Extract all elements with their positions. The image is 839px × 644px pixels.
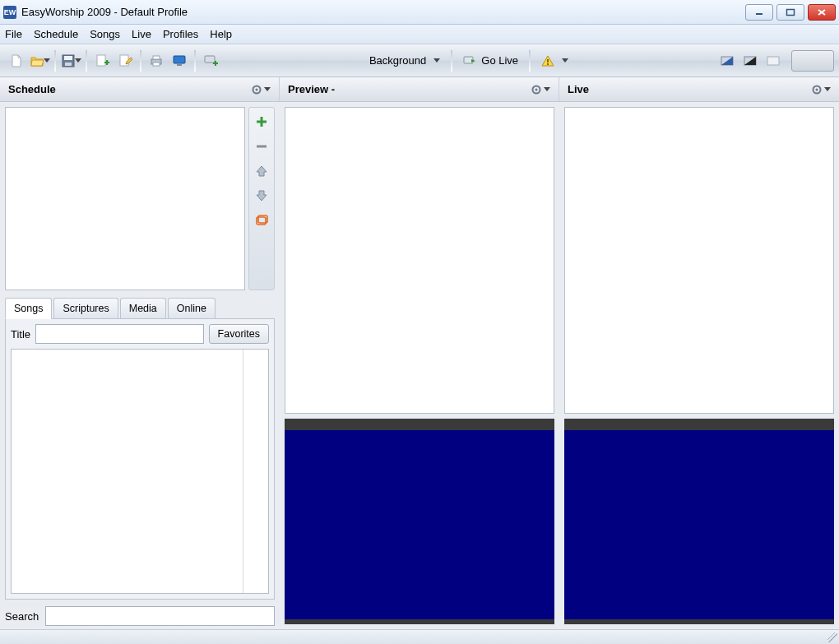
tab-online[interactable]: Online <box>168 298 216 318</box>
monitor-plus-icon <box>203 53 218 68</box>
live-title: Live <box>568 83 589 95</box>
foldback-button[interactable] <box>199 49 222 72</box>
remove-from-schedule-button[interactable] <box>254 139 269 154</box>
square-blue-icon <box>720 55 735 67</box>
menubar: File Schedule Songs Live Profiles Help <box>0 25 839 44</box>
arrow-down-icon <box>254 188 269 203</box>
schedule-row <box>0 102 280 295</box>
panel-headers: Schedule Preview - Live <box>0 77 839 102</box>
content-area: Songs Scriptures Media Online Title Favo… <box>0 102 839 629</box>
add-to-schedule-button[interactable] <box>254 114 269 129</box>
menu-profiles[interactable]: Profiles <box>163 28 198 40</box>
title-label: Title <box>11 328 30 341</box>
square-black-icon <box>743 55 758 67</box>
schedule-panel-header: Schedule <box>0 77 280 101</box>
chevron-down-icon <box>264 87 271 91</box>
edit-item-button[interactable] <box>114 49 137 72</box>
svg-point-21 <box>547 63 549 65</box>
printer-icon <box>149 53 164 68</box>
preview-title: Preview - <box>288 83 335 95</box>
search-label: Search <box>5 610 39 623</box>
live-panel-header: Live <box>559 77 839 101</box>
schedule-title: Schedule <box>8 83 56 95</box>
left-column: Songs Scriptures Media Online Title Favo… <box>0 102 280 629</box>
search-row: Search <box>0 600 280 629</box>
print-button[interactable] <box>145 49 168 72</box>
window-title: EasyWorship 2009 - Default Profile <box>21 6 745 18</box>
preview-output-bottom-bar <box>285 619 554 624</box>
clear-toggle-button[interactable] <box>762 49 785 72</box>
live-options-button[interactable] <box>811 84 831 95</box>
chevron-down-icon <box>824 87 831 91</box>
menu-songs[interactable]: Songs <box>90 28 120 40</box>
favorites-button[interactable]: Favorites <box>209 324 269 344</box>
minus-icon <box>254 139 269 154</box>
schedule-options-button[interactable] <box>251 84 271 95</box>
menu-schedule[interactable]: Schedule <box>34 28 78 40</box>
title-input[interactable] <box>35 324 204 344</box>
live-output-toggle[interactable] <box>791 50 834 72</box>
titlebar: EW EasyWorship 2009 - Default Profile <box>0 0 839 25</box>
minimize-button[interactable] <box>745 4 773 21</box>
toolbar: Background Go Live <box>0 44 839 77</box>
new-schedule-button[interactable] <box>5 49 28 72</box>
preview-output-screen[interactable] <box>285 430 554 619</box>
monitor-go-icon <box>463 55 476 67</box>
svg-rect-1 <box>787 9 795 15</box>
menu-live[interactable]: Live <box>132 28 151 40</box>
background-dropdown[interactable]: Background <box>362 49 447 72</box>
close-button[interactable] <box>808 4 836 21</box>
resource-tabs: Songs Scriptures Media Online <box>0 295 280 318</box>
save-button[interactable] <box>59 49 82 72</box>
live-output-screen[interactable] <box>564 430 834 619</box>
page-pencil-icon <box>118 53 132 68</box>
menu-file[interactable]: File <box>5 28 22 40</box>
live-output-bottom-bar <box>564 619 834 624</box>
window-controls <box>745 4 836 21</box>
move-down-button[interactable] <box>254 188 269 203</box>
toolbar-separator <box>451 50 452 72</box>
logo-toggle-button[interactable] <box>716 49 739 72</box>
chevron-down-icon <box>544 87 550 91</box>
tab-media[interactable]: Media <box>120 298 166 318</box>
preview-slide-list[interactable] <box>285 107 554 414</box>
title-filter-row: Title Favorites <box>11 324 269 344</box>
svg-rect-24 <box>767 57 779 65</box>
live-output-top-bar <box>564 419 834 430</box>
songs-list[interactable] <box>11 349 269 594</box>
resize-grip[interactable] <box>827 632 837 642</box>
statusbar <box>0 629 839 644</box>
tab-songs[interactable]: Songs <box>5 298 52 319</box>
preview-options-button[interactable] <box>531 84 550 95</box>
alert-dropdown[interactable] <box>534 49 576 72</box>
live-output <box>564 419 834 624</box>
maximize-button[interactable] <box>776 4 804 21</box>
menu-help[interactable]: Help <box>210 28 232 40</box>
go-live-button[interactable]: Go Live <box>456 49 526 72</box>
search-input[interactable] <box>45 606 275 626</box>
plus-icon <box>254 114 269 129</box>
toolbar-separator <box>54 50 56 72</box>
toolbar-separator <box>194 50 196 72</box>
tab-scriptures[interactable]: Scriptures <box>53 298 118 318</box>
svg-rect-16 <box>205 56 215 63</box>
live-slide-list[interactable] <box>564 107 834 414</box>
preview-output <box>285 419 554 624</box>
schedule-list[interactable] <box>5 107 245 290</box>
add-item-button[interactable] <box>90 49 114 72</box>
stack-icon <box>254 213 269 228</box>
display-button[interactable] <box>168 49 191 72</box>
toolbar-separator <box>86 50 87 72</box>
toolbar-separator <box>529 50 531 72</box>
app-icon: EW <box>3 6 16 19</box>
page-plus-icon <box>95 53 109 68</box>
folder-open-icon <box>30 53 44 68</box>
svg-rect-14 <box>174 56 185 63</box>
monitor-icon <box>172 53 187 68</box>
svg-point-28 <box>535 88 538 90</box>
schedule-extras-button[interactable] <box>254 213 269 228</box>
svg-rect-10 <box>120 55 128 66</box>
open-button[interactable] <box>28 49 51 72</box>
move-up-button[interactable] <box>254 164 269 178</box>
black-toggle-button[interactable] <box>739 49 762 72</box>
